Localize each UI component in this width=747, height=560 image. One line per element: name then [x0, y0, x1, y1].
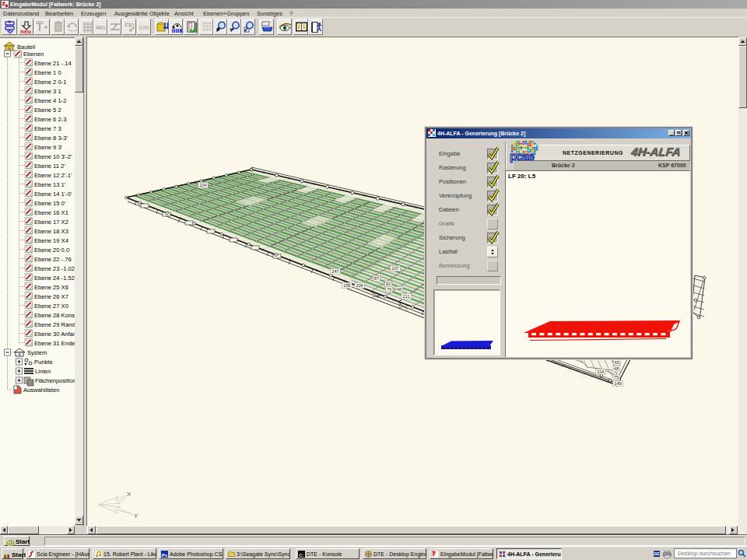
- svg-text:C:: C:: [299, 553, 303, 558]
- svg-text:65: 65: [615, 360, 619, 365]
- svg-text:216: 216: [597, 369, 605, 374]
- svg-text:48: 48: [614, 366, 619, 371]
- svg-text:155: 155: [343, 283, 351, 288]
- svg-text:149: 149: [614, 381, 622, 386]
- svg-text:211: 211: [402, 294, 409, 299]
- svg-text:207: 207: [391, 266, 399, 271]
- svg-text:206: 206: [356, 283, 363, 288]
- svg-text:X: X: [127, 491, 132, 498]
- svg-text:75: 75: [614, 375, 619, 380]
- svg-text:Y: Y: [134, 513, 139, 520]
- svg-text:46: 46: [397, 287, 402, 292]
- svg-text:76: 76: [387, 287, 391, 292]
- svg-text:247: 247: [331, 269, 339, 274]
- svg-text:224: 224: [199, 183, 207, 187]
- svg-text:Ps: Ps: [162, 553, 168, 558]
- svg-text:92: 92: [386, 282, 391, 286]
- svg-text:87: 87: [374, 276, 379, 281]
